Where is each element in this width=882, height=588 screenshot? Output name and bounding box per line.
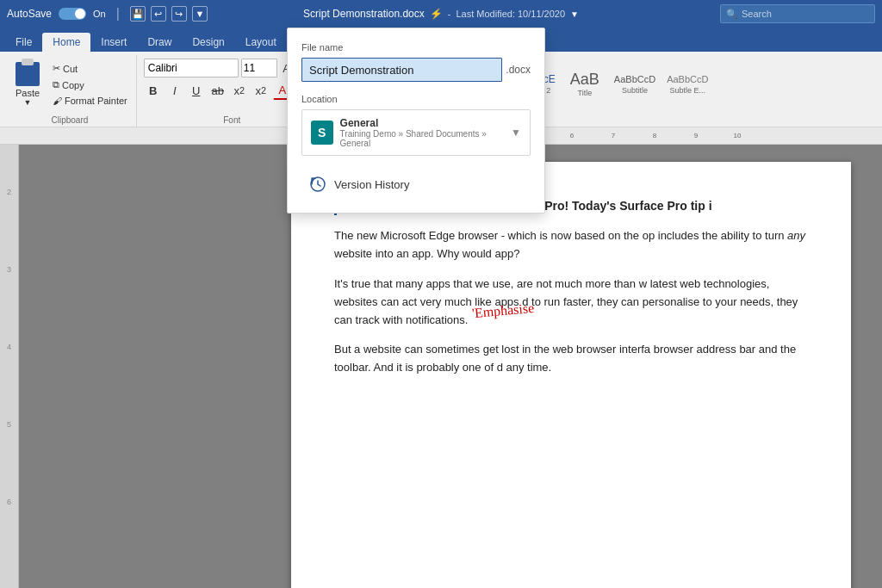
more-icon[interactable]: ▼ [192, 6, 208, 22]
italic-button[interactable]: I [165, 81, 184, 100]
version-history-label: Version History [334, 178, 409, 191]
style-subtle-e-label: Subtle E... [670, 86, 706, 95]
clipboard-content: Paste ▼ ✂ Cut ⧉ Copy 🖌 Format Painter [9, 55, 131, 114]
paste-arrow[interactable]: ▼ [24, 98, 32, 107]
ruler-mark-4: 4 [7, 343, 11, 351]
search-placeholder: Search [742, 9, 772, 19]
ruler-mark-2: 2 [7, 188, 11, 196]
font-name-input[interactable] [144, 59, 239, 77]
doc-para-2: The new Microsoft Edge browser - which i… [334, 227, 808, 263]
ruler-mark-6: 6 [7, 498, 11, 506]
doc-title: Script Demonstration.docx [303, 8, 425, 20]
tab-draw[interactable]: Draw [137, 33, 182, 52]
ruler-7: 7 [593, 132, 634, 139]
doc-para-4: But a website can sometimes get lost in … [334, 341, 808, 377]
doc-para-3: It's true that many apps that we use, ar… [334, 275, 808, 329]
cut-icon: ✂ [53, 63, 60, 74]
undo-icon[interactable]: ↩ [151, 6, 166, 22]
tab-home[interactable]: Home [42, 33, 90, 52]
underline-button[interactable]: U [187, 81, 206, 100]
sharepoint-icon: S [311, 121, 333, 145]
last-modified-text: Last Modified: 10/11/2020 [456, 9, 565, 19]
subscript-button[interactable]: x2 [230, 81, 249, 100]
sidebar-left: 2 3 4 5 6 [0, 145, 19, 588]
format-painter-icon: 🖌 [53, 96, 62, 106]
file-extension: .docx [506, 64, 531, 76]
copy-button[interactable]: ⧉ Copy [49, 77, 131, 92]
search-box[interactable]: 🔍 Search [720, 4, 875, 23]
dropdown-arrow[interactable]: ▼ [570, 9, 579, 19]
title-bar-left: AutoSave On | 💾 ↩ ↪ ▼ [7, 6, 208, 22]
style-title-preview: AaB [570, 71, 599, 87]
format-painter-label: Format Painter [65, 96, 127, 106]
title-center: Script Demonstration.docx ⚡ - Last Modif… [303, 8, 579, 20]
autosave-toggle[interactable] [59, 8, 86, 20]
clipboard-label: Clipboard [9, 114, 131, 125]
location-chevron-icon: ▼ [511, 127, 521, 139]
toggle-state: On [93, 9, 106, 19]
paste-icon [16, 62, 40, 86]
undo-redo-area: 💾 ↩ ↪ ▼ [130, 6, 208, 22]
redo-icon[interactable]: ↪ [171, 6, 187, 22]
doc-status: ⚡ [430, 8, 443, 20]
copy-label: Copy [62, 80, 84, 90]
superscript-button[interactable]: x2 [252, 81, 270, 100]
ruler-9: 9 [675, 132, 717, 139]
copy-icon: ⧉ [53, 79, 59, 90]
style-subtle-e[interactable]: AaBbCcD Subtle E... [662, 59, 712, 110]
ruler-mark-3: 3 [7, 265, 11, 274]
location-left: S General Training Demo » Shared Documen… [311, 117, 504, 148]
clipboard-group: Paste ▼ ✂ Cut ⧉ Copy 🖌 Format Painter Cl… [3, 55, 137, 127]
ruler-10: 10 [717, 132, 758, 139]
format-painter-button[interactable]: 🖌 Format Painter [49, 94, 131, 108]
cut-button[interactable]: ✂ Cut [49, 61, 131, 76]
style-subtitle-label: Subtitle [622, 86, 648, 95]
clipboard-small-btns: ✂ Cut ⧉ Copy 🖌 Format Painter [49, 61, 131, 108]
style-subtle-e-preview: AaBbCcD [667, 75, 708, 84]
version-history-button[interactable]: Version History [301, 170, 531, 199]
style-title[interactable]: AaB Title [562, 59, 607, 110]
paste-button[interactable]: Paste ▼ [9, 59, 47, 110]
font-row-2: B I U ab x2 x2 A [144, 81, 292, 100]
file-name-row: .docx [301, 58, 531, 82]
style-subtitle-preview: AaBbCcD [614, 75, 655, 84]
version-history-icon [308, 175, 327, 194]
tab-insert[interactable]: Insert [90, 33, 137, 52]
cut-label: Cut [63, 64, 78, 74]
dropdown-panel: File name .docx Location S General Train… [287, 28, 545, 214]
ruler-6: 6 [551, 132, 593, 139]
file-name-label: File name [301, 42, 531, 53]
tab-design[interactable]: Design [182, 33, 234, 52]
tab-layout[interactable]: Layout [235, 33, 287, 52]
style-subtitle[interactable]: AaBbCcD Subtitle [610, 59, 660, 110]
style-title-label: Title [578, 89, 593, 97]
doc-page[interactable]: Hi There, Welcome to be a Surface Pro! T… [291, 162, 851, 588]
strikethrough-button[interactable]: ab [208, 81, 227, 100]
title-bar: AutoSave On | 💾 ↩ ↪ ▼ Script Demonstrati… [0, 0, 882, 28]
search-icon: 🔍 [726, 9, 738, 20]
autosave-label: AutoSave [7, 8, 52, 20]
paste-label: Paste [16, 88, 40, 98]
file-name-input[interactable] [301, 58, 502, 82]
bold-button[interactable]: B [144, 81, 163, 100]
location-info: General Training Demo » Shared Documents… [340, 117, 505, 148]
location-path: Training Demo » Shared Documents » Gener… [340, 129, 505, 148]
ruler-8: 8 [634, 132, 675, 139]
location-label: Location [301, 94, 531, 104]
location-name: General [340, 117, 505, 129]
save-icon[interactable]: 💾 [130, 6, 146, 22]
location-row[interactable]: S General Training Demo » Shared Documen… [301, 109, 531, 156]
title-right: 🔍 Search [720, 4, 875, 23]
ruler-mark-5: 5 [7, 420, 11, 429]
tab-file[interactable]: File [5, 33, 42, 52]
last-modified: - [448, 9, 451, 19]
font-size-input[interactable] [241, 59, 277, 77]
